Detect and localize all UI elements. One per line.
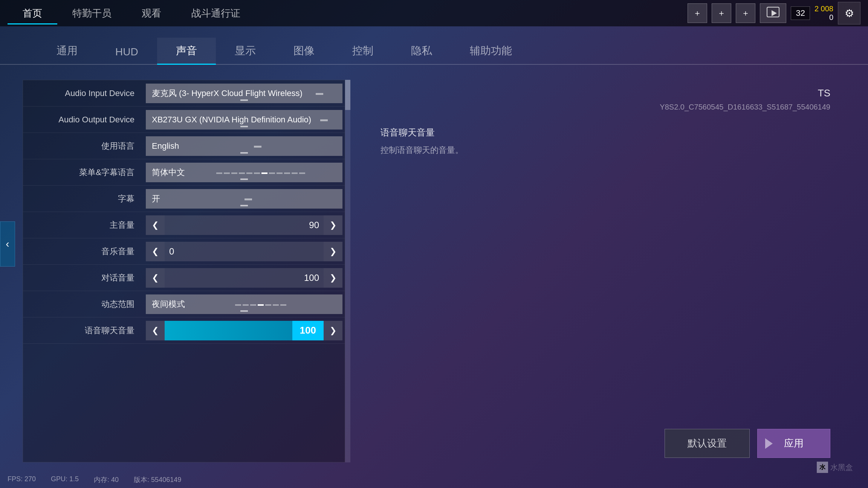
nav-home[interactable]: 首页 bbox=[8, 4, 57, 23]
dynamic-range-control[interactable]: 夜间模式 bbox=[144, 291, 345, 317]
voice-chat-volume-decrease[interactable]: ❮ bbox=[146, 321, 165, 340]
music-volume-control: ❮ 0 ❯ bbox=[144, 239, 345, 264]
nav-battle-pass[interactable]: 战斗通行证 bbox=[176, 4, 255, 23]
music-volume-bar[interactable]: 0 bbox=[165, 242, 324, 261]
svg-marker-1 bbox=[772, 10, 777, 16]
language-control[interactable]: English bbox=[144, 133, 345, 159]
voice-chat-volume-control: ❮ 100 ❯ bbox=[144, 318, 345, 343]
currency-area: 2 008 0 bbox=[815, 5, 833, 22]
dialogue-volume-increase[interactable]: ❯ bbox=[324, 268, 342, 288]
master-volume-increase[interactable]: ❯ bbox=[324, 215, 342, 235]
topbar-right: ＋ ＋ ＋ 32 2 008 0 ⚙ bbox=[688, 2, 860, 24]
tab-privacy[interactable]: 隐私 bbox=[392, 38, 451, 64]
music-volume-slider: ❮ 0 ❯ bbox=[146, 242, 342, 261]
master-volume-decrease[interactable]: ❮ bbox=[146, 215, 165, 235]
audio-output-dropdown[interactable]: XB273U GX (NVIDIA High Definition Audio) bbox=[146, 110, 342, 130]
dialogue-volume-bar[interactable]: 100 bbox=[165, 268, 324, 288]
audio-input-row: Audio Input Device 麦克风 (3- HyperX Cloud … bbox=[23, 80, 345, 107]
audio-input-label: Audio Input Device bbox=[23, 88, 144, 98]
menu-language-row: 菜单&字幕语言 简体中文 bbox=[23, 159, 345, 186]
master-volume-value: 90 bbox=[309, 220, 319, 230]
settings-gear-icon[interactable]: ⚙ bbox=[838, 2, 860, 24]
tab-sound[interactable]: 声音 bbox=[157, 38, 216, 64]
audio-input-dropdown[interactable]: 麦克风 (3- HyperX Cloud Flight Wireless) bbox=[146, 84, 342, 103]
dynamic-range-dropdown[interactable]: 夜间模式 bbox=[146, 294, 342, 314]
back-button[interactable]: ‹ bbox=[0, 221, 15, 267]
tab-hud[interactable]: HUD bbox=[96, 40, 157, 64]
voice-chat-volume-row: 语音聊天音量 ❮ 100 ❯ bbox=[23, 317, 345, 344]
subtitle-dropdown[interactable]: 开 bbox=[146, 189, 342, 209]
footer-fps: FPS: 270 bbox=[8, 475, 36, 484]
bottom-buttons: 默认设置 应用 bbox=[665, 429, 830, 458]
plus-btn-2[interactable]: ＋ bbox=[712, 3, 731, 23]
currency-other: 0 bbox=[829, 13, 833, 22]
audio-output-label: Audio Output Device bbox=[23, 115, 144, 125]
menu-language-label: 菜单&字幕语言 bbox=[23, 167, 144, 178]
topbar: 首页 特勤干员 观看 战斗通行证 ＋ ＋ ＋ 32 2 008 0 ⚙ bbox=[0, 0, 868, 26]
scrollbar-thumb[interactable] bbox=[345, 80, 350, 110]
currency-gold: 2 008 bbox=[815, 5, 833, 13]
dynamic-range-row: 动态范围 夜间模式 bbox=[23, 291, 345, 317]
player-icon-btn[interactable] bbox=[760, 3, 786, 23]
tab-accessibility[interactable]: 辅助功能 bbox=[451, 38, 531, 64]
language-label: 使用语言 bbox=[23, 140, 144, 152]
master-volume-control: ❮ 90 ❯ bbox=[144, 212, 345, 238]
footer-mem: 内存: 40 bbox=[94, 475, 119, 484]
menu-language-control[interactable]: 简体中文 bbox=[144, 160, 345, 185]
dialogue-volume-slider: ❮ 100 ❯ bbox=[146, 268, 342, 288]
tab-image[interactable]: 图像 bbox=[275, 38, 333, 64]
dialogue-volume-label: 对话音量 bbox=[23, 272, 144, 284]
music-volume-decrease[interactable]: ❮ bbox=[146, 242, 165, 261]
audio-input-control[interactable]: 麦克风 (3- HyperX Cloud Flight Wireless) bbox=[144, 81, 345, 106]
voice-chat-volume-value: 100 bbox=[292, 321, 324, 340]
watermark-icon: 水 bbox=[817, 462, 828, 473]
nav-agents[interactable]: 特勤干员 bbox=[57, 4, 127, 23]
dialogue-volume-decrease[interactable]: ❮ bbox=[146, 268, 165, 288]
dialogue-volume-control: ❮ 100 ❯ bbox=[144, 265, 345, 291]
tab-display[interactable]: 显示 bbox=[216, 38, 275, 64]
music-volume-increase[interactable]: ❯ bbox=[324, 242, 342, 261]
settings-scrollbar[interactable] bbox=[345, 80, 350, 462]
watermark-logo: 水 水黑盒 bbox=[817, 462, 853, 473]
music-volume-row: 音乐音量 ❮ 0 ❯ bbox=[23, 238, 345, 265]
subtitle-label: 字幕 bbox=[23, 193, 144, 204]
ts-id: Y8S2.0_C7560545_D1616633_S51687_55406149 bbox=[381, 103, 830, 111]
dialogue-volume-value: 100 bbox=[304, 273, 319, 283]
menu-language-dropdown[interactable]: 简体中文 bbox=[146, 163, 342, 182]
dialogue-volume-row: 对话音量 ❮ 100 ❯ bbox=[23, 265, 345, 291]
watermark-text: 水黑盒 bbox=[830, 462, 853, 473]
settings-panel-wrapper: Audio Input Device 麦克风 (3- HyperX Cloud … bbox=[23, 80, 350, 462]
nav-watch[interactable]: 观看 bbox=[127, 4, 176, 23]
voice-chat-volume-slider: ❮ 100 ❯ bbox=[146, 321, 342, 340]
tab-controls[interactable]: 控制 bbox=[333, 38, 392, 64]
master-volume-row: 主音量 ❮ 90 ❯ bbox=[23, 212, 345, 238]
default-settings-button[interactable]: 默认设置 bbox=[665, 429, 750, 458]
plus-btn-1[interactable]: ＋ bbox=[688, 3, 707, 23]
music-volume-value: 0 bbox=[169, 246, 174, 257]
watermark: 水 水黑盒 bbox=[817, 462, 853, 473]
top-nav: 首页 特勤干员 观看 战斗通行证 bbox=[8, 4, 688, 23]
voice-chat-volume-increase[interactable]: ❯ bbox=[324, 321, 342, 340]
chat-volume-info-desc: 控制语音聊天的音量。 bbox=[381, 145, 830, 156]
footer: FPS: 270 GPU: 1.5 内存: 40 版本: 55406149 bbox=[8, 475, 181, 484]
language-row: 使用语言 English bbox=[23, 133, 345, 159]
voice-chat-volume-label: 语音聊天音量 bbox=[23, 325, 144, 336]
footer-version: 版本: 55406149 bbox=[134, 475, 181, 484]
footer-gpu: GPU: 1.5 bbox=[51, 475, 79, 484]
voice-chat-volume-bar[interactable]: 100 bbox=[165, 321, 324, 340]
audio-output-control[interactable]: XB273U GX (NVIDIA High Definition Audio) bbox=[144, 107, 345, 133]
info-panel: TS Y8S2.0_C7560545_D1616633_S51687_55406… bbox=[365, 80, 845, 462]
subtitle-row: 字幕 开 bbox=[23, 186, 345, 212]
subtitle-control[interactable]: 开 bbox=[144, 186, 345, 212]
settings-panel: Audio Input Device 麦克风 (3- HyperX Cloud … bbox=[23, 80, 345, 462]
apply-button[interactable]: 应用 bbox=[757, 429, 830, 458]
dynamic-range-label: 动态范围 bbox=[23, 299, 144, 310]
language-dropdown[interactable]: English bbox=[146, 136, 342, 156]
audio-output-row: Audio Output Device XB273U GX (NVIDIA Hi… bbox=[23, 107, 345, 133]
plus-btn-3[interactable]: ＋ bbox=[736, 3, 755, 23]
tab-general[interactable]: 通用 bbox=[38, 38, 96, 64]
master-volume-bar[interactable]: 90 bbox=[165, 215, 324, 235]
level-badge: 32 bbox=[791, 6, 810, 20]
master-volume-label: 主音量 bbox=[23, 220, 144, 231]
settings-tabs: 通用 HUD 声音 显示 图像 控制 隐私 辅助功能 bbox=[0, 38, 868, 65]
